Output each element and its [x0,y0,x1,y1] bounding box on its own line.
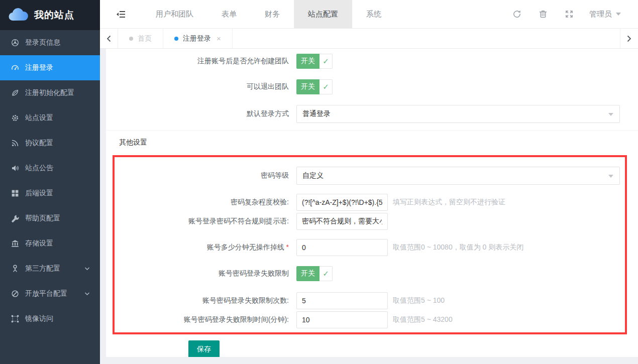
tab-bar: 首页 注册登录 × [100,29,638,49]
password-regex-input[interactable] [296,194,388,211]
field-label: 可以退出团队 [106,82,289,91]
hint-text: 取值范围5 ~ 43200 [393,315,453,324]
close-icon[interactable]: × [217,34,221,43]
sidebar-item-register-init-config[interactable]: 注册初始化配置 [0,80,100,105]
form-row: 账号密码登录失败限制 开关 ✓ [115,266,625,281]
tab-status-dot [174,37,178,41]
sidebar-item-label: 第三方配置 [25,264,60,273]
form-row: 账号密码登录失败限制次数: 取值范围5 ~ 100 [115,292,625,309]
sidebar-item-register-login[interactable]: 注册登录 [0,55,100,80]
field-label: 账号登录密码不符合规则提示语: [115,217,289,226]
password-rule-message-input[interactable] [296,213,388,230]
user-name: 管理员 [589,10,612,19]
sidebar-item-help-page-config[interactable]: 帮助页配置 [0,206,100,231]
form-row: 账号多少分钟无操作掉线 * 取值范围0 ~ 10080，取值为 0 则表示关闭 [115,239,625,256]
gear-icon [11,114,19,122]
hint-text: 填写正则表达式，留空则不进行验证 [393,198,505,207]
leaf-icon [11,89,19,97]
tab-status-dot [129,37,133,41]
brand[interactable]: 我的站点 [0,0,100,30]
hint-text: 取值范围0 ~ 10080，取值为 0 则表示关闭 [393,243,523,252]
check-icon: ✓ [320,54,333,69]
sidebar-item-site-notice[interactable]: 站点公告 [0,156,100,181]
form-row: 默认登录方式 普通登录 [106,105,638,123]
refresh-button[interactable] [504,0,530,28]
save-button[interactable]: 保存 [188,340,220,357]
login-fail-count-input[interactable] [296,292,388,309]
toggle-can-quit-team[interactable]: 开关 ✓ [296,79,333,94]
fullscreen-button[interactable] [556,0,582,28]
grid-icon [11,189,19,197]
clear-cache-button[interactable] [530,0,556,28]
sidebar-item-protocol-config[interactable]: 协议配置 [0,131,100,156]
bank-icon [11,239,19,248]
caret-down-icon [608,113,613,116]
sidebar-item-label: 镜像访问 [25,314,53,323]
sidebar-item-label: 存储设置 [25,239,53,248]
topnav-item-finance[interactable]: 财务 [251,0,294,28]
trash-icon [539,10,548,19]
sidebar-item-label: 帮助页配置 [25,214,60,223]
field-label: 密码等级 [115,171,289,180]
field-label: 注册账号后是否允许创建团队 [106,57,289,66]
toggle-allow-create-team[interactable]: 开关 ✓ [296,54,333,69]
form-row: 注册账号后是否允许创建团队 开关 ✓ [106,54,638,69]
caret-down-icon [616,13,621,16]
topnav-label: 表单 [222,10,237,19]
field-label: 账号密码登录失败限制 [115,269,289,278]
tabs-scroll-right-button[interactable] [620,29,638,48]
sidebar-item-mirror-access[interactable]: 镜像访问 [0,306,100,331]
sidebar-item-backend-settings[interactable]: 后端设置 [0,181,100,206]
sidebar-item-storage-settings[interactable]: 存储设置 [0,231,100,256]
topnav-item-system[interactable]: 系统 [352,0,395,28]
speaker-icon [11,164,19,172]
tab-home[interactable]: 首页 [118,29,163,48]
app-root: 我的站点 登录页信息 注册登录 [0,0,638,364]
check-icon: ✓ [320,266,333,281]
topbar-tools: 管理员 [504,0,638,28]
tab-register-login[interactable]: 注册登录 × [163,29,233,48]
dashboard-icon [11,64,19,72]
sidebar-item-label: 站点设置 [25,113,53,123]
sidebar-collapse-button[interactable] [100,0,142,28]
chevron-left-icon [107,35,111,42]
idle-timeout-input[interactable] [296,239,388,256]
toggle-login-fail-limit[interactable]: 开关 ✓ [296,266,333,281]
form-row: 账号密码登录失败限制时间(分钟): 取值范围5 ~ 43200 [115,311,625,328]
form-row: 密码复杂程度校验: 填写正则表达式，留空则不进行验证 [115,194,625,211]
field-label: 账号密码登录失败限制时间(分钟): [115,315,289,324]
key-person-icon [11,265,19,273]
topnav-item-forms[interactable]: 表单 [207,0,251,28]
football-icon [11,39,19,47]
topnav-label: 系统 [366,10,381,19]
fullscreen-icon [565,10,574,19]
top-header: 用户和团队 表单 财务 站点配置 系统 [100,0,638,29]
login-fail-duration-input[interactable] [296,311,388,328]
sidebar-item-third-party-config[interactable]: 第三方配置 [0,256,100,281]
sidebar-item-label: 开放平台配置 [25,289,67,298]
required-asterisk: * [284,243,289,251]
toggle-on-label: 开关 [296,79,320,94]
field-label: 账号多少分钟无操作掉线 * [115,243,289,252]
tabs-scroll-left-button[interactable] [100,29,118,48]
tab-label: 注册登录 [183,34,211,43]
select-default-login-mode[interactable]: 普通登录 [296,105,620,123]
field-label: 密码复杂程度校验: [115,198,289,207]
sidebar-item-label: 站点公告 [25,164,53,173]
toggle-on-label: 开关 [296,54,320,69]
topnav-item-site-config[interactable]: 站点配置 [294,0,352,28]
select-value: 普通登录 [302,109,331,118]
hint-text: 取值范围5 ~ 100 [393,296,445,305]
sidebar-item-label: 登录页信息 [25,38,60,47]
settings-form: 注册账号后是否允许创建团队 开关 ✓ 可以退出团队 开关 ✓ 默认登录方式 普通… [106,49,638,357]
sidebar-item-open-platform-config[interactable]: 开放平台配置 [0,281,100,306]
mirror-selection-icon [11,315,19,323]
user-menu[interactable]: 管理员 [582,10,628,19]
toggle-on-label: 开关 [296,266,320,281]
topnav-item-users-teams[interactable]: 用户和团队 [142,0,207,28]
sidebar-item-login-page-info[interactable]: 登录页信息 [0,30,100,55]
select-password-level[interactable]: 自定义 [296,167,620,185]
select-value: 自定义 [302,171,324,180]
sidebar-item-site-settings[interactable]: 站点设置 [0,105,100,131]
caret-down-icon [608,175,613,178]
